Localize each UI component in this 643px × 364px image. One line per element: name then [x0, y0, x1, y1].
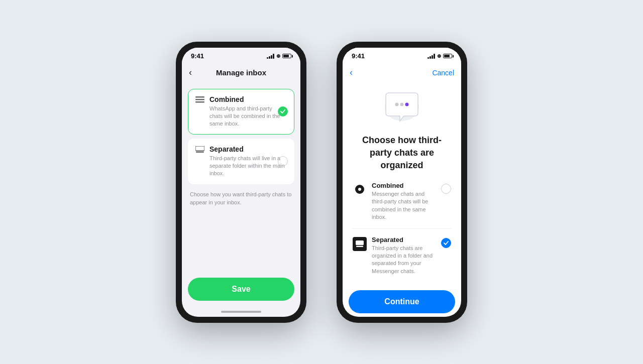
- phone2-continue-btn-wrap: Continue: [343, 290, 461, 316]
- phone1-combined-text: Combined WhatsApp and third-party chats …: [209, 95, 287, 128]
- phone2-time: 9:41: [352, 52, 365, 60]
- phone2-separated-row-text: Separated Third-party chats are organize…: [372, 236, 436, 276]
- phone1-back-button[interactable]: ‹: [189, 67, 192, 78]
- phone1-combined-icon: [195, 96, 204, 105]
- svg-rect-4: [196, 151, 204, 153]
- phone1-combined-option[interactable]: Combined WhatsApp and third-party chats …: [188, 89, 294, 135]
- phone2-separated-row-icon: [353, 237, 367, 251]
- svg-rect-12: [356, 246, 363, 247]
- phone1-screen: 9:41 ⊛ ‹ Manage inbox: [182, 48, 300, 317]
- phone1-save-btn-wrap: Save: [182, 272, 300, 307]
- phone1-time: 9:41: [191, 52, 204, 60]
- phone2-back-button[interactable]: ‹: [350, 67, 353, 78]
- phone1-helper-text: Choose how you want third-party chats to…: [188, 188, 294, 209]
- phone1-save-button[interactable]: Save: [188, 278, 294, 301]
- phone2-signal-icon: [427, 54, 435, 59]
- phone2-cancel-button[interactable]: Cancel: [432, 69, 454, 77]
- svg-rect-1: [195, 99, 204, 100]
- svg-rect-11: [356, 240, 364, 245]
- phone1-combined-title: Combined: [209, 95, 287, 103]
- phone1-home-bar: [221, 311, 261, 313]
- phone1-home-indicator: [182, 307, 300, 317]
- svg-rect-0: [195, 96, 204, 98]
- phone2-status-icons: ⊛: [427, 53, 452, 59]
- phone2-title: Choose how third-party chats are organiz…: [353, 134, 451, 172]
- phone2-separated-row-desc: Third-party chats are organized in a fol…: [372, 245, 436, 276]
- svg-point-8: [405, 102, 409, 106]
- phone2-separated-row-check: [441, 238, 451, 248]
- phone2-battery-icon: [443, 54, 452, 58]
- phone2-combined-row[interactable]: Combined Messenger chats and third-party…: [353, 182, 451, 221]
- phone2-continue-button[interactable]: Continue: [349, 290, 455, 313]
- phone2-separated-row[interactable]: Separated Third-party chats are organize…: [353, 236, 451, 276]
- phone1-combined-desc: WhatsApp and third-party chats will be c…: [209, 105, 287, 128]
- phone1-status-bar: 9:41 ⊛: [182, 48, 300, 63]
- phone2-divider: [353, 228, 451, 229]
- phones-container: 9:41 ⊛ ‹ Manage inbox: [176, 42, 467, 323]
- svg-point-6: [395, 102, 399, 106]
- phone2-combined-row-text: Combined Messenger chats and third-party…: [372, 182, 436, 221]
- phone2-separated-row-title: Separated: [372, 236, 436, 244]
- phone2-illustration: [382, 91, 422, 126]
- phone2-nav-bar: ‹ Cancel: [343, 63, 461, 83]
- phone1-separated-check: [278, 156, 288, 166]
- phone1-nav-title: Manage inbox: [216, 68, 266, 77]
- phone1-separated-desc: Third-party chats will live in a separat…: [209, 155, 287, 178]
- phone1-separated-icon: [195, 146, 204, 155]
- svg-rect-3: [195, 146, 204, 151]
- phone2-screen: 9:41 ⊛ ‹ Cancel: [343, 48, 461, 317]
- phone2-status-bar: 9:41 ⊛: [343, 48, 461, 63]
- phone1-separated-title: Separated: [209, 145, 287, 153]
- svg-point-10: [358, 188, 361, 191]
- phone1-combined-check: [278, 106, 288, 116]
- phone2-combined-row-check: [441, 184, 451, 194]
- phone2-wifi-icon: ⊛: [437, 53, 441, 59]
- phone1-content: Combined WhatsApp and third-party chats …: [182, 83, 300, 272]
- phone2: 9:41 ⊛ ‹ Cancel: [337, 42, 467, 323]
- svg-point-7: [400, 102, 404, 106]
- phone1-wifi-icon: ⊛: [276, 53, 280, 59]
- phone2-combined-row-desc: Messenger chats and third-party chats wi…: [372, 190, 436, 221]
- phone1-separated-text: Separated Third-party chats will live in…: [209, 145, 287, 178]
- phone1-status-icons: ⊛: [267, 53, 291, 59]
- phone1-nav-bar: ‹ Manage inbox: [182, 63, 300, 83]
- svg-rect-2: [195, 101, 204, 103]
- phone1-signal-icon: [267, 54, 274, 59]
- phone2-content: Choose how third-party chats are organiz…: [343, 83, 461, 291]
- phone1-separated-option[interactable]: Separated Third-party chats will live in…: [188, 139, 294, 184]
- phone1-battery-icon: [282, 54, 291, 58]
- phone2-combined-row-title: Combined: [372, 182, 436, 189]
- phone1: 9:41 ⊛ ‹ Manage inbox: [176, 42, 306, 323]
- phone2-combined-row-icon: [353, 183, 367, 197]
